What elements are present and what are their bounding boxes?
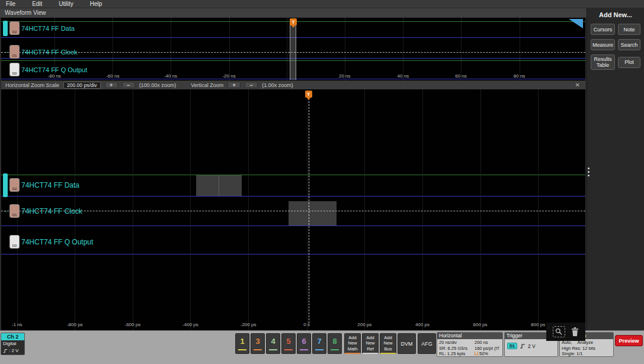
- horizontal-span: 200 ns: [475, 340, 503, 346]
- waveform-tools: [546, 323, 585, 341]
- cursors-button[interactable]: Cursors: [591, 24, 615, 35]
- preview-button[interactable]: Preview: [615, 335, 643, 346]
- d0-low-rail: [1, 254, 585, 255]
- channel-d2[interactable]: D2 74HCT74 FF Data: [2, 20, 75, 36]
- waveform-view-title: Waveform View: [5, 9, 46, 16]
- horizontal-position: 50%: [475, 351, 503, 357]
- channel-6-button[interactable]: 6: [297, 333, 311, 354]
- plot-button[interactable]: Plot: [618, 57, 640, 68]
- ch2-name: Ch 2: [1, 333, 24, 340]
- channel-badge[interactable]: D2: [9, 21, 20, 35]
- time-label: -60 ns: [106, 73, 119, 79]
- search-button[interactable]: Search: [618, 39, 640, 50]
- right-panel: Add New... Cursors Note Measure Search R…: [587, 8, 644, 330]
- menu-help[interactable]: Help: [90, 1, 102, 7]
- channel-1-button[interactable]: 1: [235, 333, 249, 354]
- channel-badge[interactable]: D0: [9, 235, 20, 249]
- time-label: -1 ns: [12, 322, 23, 327]
- add-new-bus-button[interactable]: Add New Bus: [380, 333, 396, 354]
- d1-transition-region: [289, 201, 337, 226]
- horizontal-zoom-readout: (100.00x zoom): [139, 82, 177, 88]
- ch2-threshold-value: : 2 V: [9, 347, 18, 355]
- channel-label: 74HCT74 FF Q Output: [21, 238, 93, 246]
- channel-d1[interactable]: → D1 74HCT74 FF Clock: [2, 44, 77, 60]
- afg-button[interactable]: AFG: [418, 333, 436, 354]
- channel-label: 74HCT74 FF Clock: [21, 207, 82, 215]
- channel-d1[interactable]: → D1 74HCT74 FF Clock: [2, 203, 82, 219]
- channel-8-button[interactable]: 8: [328, 333, 342, 354]
- zoom-toolbar: Horizontal Zoom Scale 200.00 ps/div + − …: [1, 80, 585, 89]
- v-zoom-out-button[interactable]: −: [245, 82, 258, 88]
- dvm-button[interactable]: DVM: [398, 333, 416, 354]
- menu-file[interactable]: File: [6, 1, 15, 7]
- horizontal-zoom-scale-label: Horizontal Zoom Scale: [5, 82, 59, 88]
- time-label: -40 ns: [164, 73, 177, 79]
- threshold-icon: [3, 349, 8, 353]
- horizontal-zoom-scale-value[interactable]: 200.00 ps/div: [63, 82, 101, 89]
- trigger-source-arrow-icon: →: [3, 209, 8, 214]
- add-new-title: Add New...: [587, 11, 644, 18]
- time-label: 80 ns: [514, 73, 526, 79]
- horizontal-panel[interactable]: Horizontal 20 ns/div 200 ns SR: 6.25 GS/…: [437, 332, 503, 357]
- acquisition-single: Single: 1/1: [562, 351, 582, 357]
- close-zoom-icon[interactable]: ✕: [575, 82, 581, 88]
- zoomed-waveform-area[interactable]: T D2 74HCT74 FF Data → D1 74HCT74 FF Clo…: [1, 89, 585, 330]
- note-button[interactable]: Note: [618, 24, 640, 35]
- waveform-view-tab[interactable]: Waveform View: [0, 8, 587, 17]
- trigger-marker[interactable]: T: [305, 91, 312, 98]
- channel-badge[interactable]: D0: [9, 63, 20, 76]
- v-zoom-in-button[interactable]: +: [228, 82, 241, 88]
- channel-d2[interactable]: D2 74HCT74 FF Data: [2, 177, 79, 193]
- vertical-zoom-label: Vertical Zoom: [191, 82, 223, 88]
- rising-edge-icon: [520, 343, 526, 349]
- gridline: [538, 89, 539, 330]
- channel-7-button[interactable]: 7: [312, 333, 326, 354]
- channel-label: 74HCT74 FF Q Output: [21, 66, 87, 73]
- h-zoom-out-button[interactable]: −: [122, 82, 135, 88]
- channel-buttons: 1 3 4 5 6 7 8: [235, 333, 342, 354]
- menu-utility[interactable]: Utility: [59, 1, 73, 7]
- channel-label: 74HCT74 FF Data: [21, 181, 79, 189]
- trash-icon[interactable]: [571, 327, 579, 337]
- channel-4-button[interactable]: 4: [266, 333, 280, 354]
- channel-5-button[interactable]: 5: [281, 333, 296, 354]
- gridline: [171, 18, 171, 80]
- gridline: [364, 89, 365, 330]
- position-icon: [475, 352, 478, 355]
- gridline: [520, 18, 520, 80]
- zoom-mode-button[interactable]: [553, 326, 565, 337]
- channel-3-button[interactable]: 3: [251, 333, 265, 354]
- menu-edit[interactable]: Edit: [32, 1, 42, 7]
- channel-badge[interactable]: D1: [9, 204, 20, 218]
- time-label: -200 ps: [241, 322, 257, 327]
- channel-label: 74HCT74 FF Clock: [21, 49, 77, 56]
- selected-channel-tab[interactable]: [3, 21, 8, 36]
- trigger-source-badge: D1: [507, 343, 517, 349]
- trigger-marker[interactable]: T: [290, 18, 297, 25]
- results-table-button[interactable]: Results Table: [591, 54, 615, 70]
- magnifier-icon: [555, 328, 563, 336]
- channel-d0[interactable]: D0 74HCT74 FF Q Output: [2, 234, 93, 250]
- time-label: -800 ps: [67, 322, 83, 327]
- channel-badge[interactable]: D1: [9, 45, 20, 59]
- trigger-level: 2 V: [528, 343, 536, 349]
- ch2-badge[interactable]: Ch 2 Digital : 2 V: [1, 333, 25, 355]
- h-zoom-in-button[interactable]: +: [105, 82, 118, 88]
- channel-d0[interactable]: D0 74HCT74 FF Q Output: [2, 62, 87, 78]
- horizontal-scale: 20 ns/div: [439, 340, 475, 346]
- d1-low-rail: [1, 226, 585, 226]
- overview-waveform-area[interactable]: T D2 74HCT74 FF Data → D1 74HCT74 FF Clo…: [1, 17, 585, 80]
- selected-channel-tab[interactable]: [3, 173, 8, 197]
- horizontal-title: Horizontal: [437, 333, 502, 339]
- zoom-window-handle[interactable]: [290, 19, 296, 80]
- trigger-position-line: [309, 98, 309, 323]
- time-label: 200 ps: [357, 322, 371, 327]
- panel-splitter-handle[interactable]: [587, 167, 590, 176]
- sample-rate: SR: 6.25 GS/s: [439, 346, 475, 352]
- channel-badge[interactable]: D2: [9, 178, 20, 192]
- add-new-ref-button[interactable]: Add New Ref: [362, 333, 379, 354]
- time-label: 40 ns: [398, 73, 409, 79]
- add-new-math-button[interactable]: Add New Math: [344, 333, 361, 354]
- zoom-indicator-icon[interactable]: [569, 19, 583, 28]
- measure-button[interactable]: Measure: [591, 39, 615, 50]
